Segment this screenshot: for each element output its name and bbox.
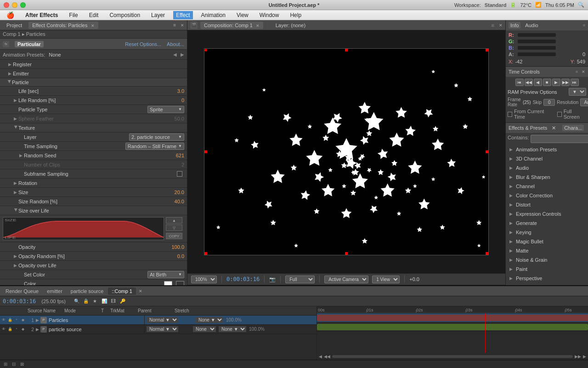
color-swatch2[interactable] bbox=[176, 281, 184, 286]
graph-btn-2[interactable]: ▽ bbox=[166, 224, 182, 231]
ep-channel[interactable]: ▶ Channel bbox=[506, 182, 588, 191]
about-link[interactable]: About... bbox=[167, 41, 184, 47]
layer2-quality[interactable]: ◆ bbox=[20, 327, 26, 332]
tab-audio[interactable]: Audio bbox=[523, 22, 540, 29]
prop-subframe[interactable]: ▶ Subframe Sampling bbox=[0, 169, 187, 178]
search-icon[interactable]: 🔍 bbox=[578, 2, 584, 8]
btn-next-frame[interactable]: ▶▶ bbox=[561, 79, 570, 86]
color-swatch[interactable] bbox=[164, 281, 172, 286]
layer1-quality[interactable]: ◆ bbox=[20, 317, 26, 323]
layer1-shy[interactable]: * bbox=[14, 317, 19, 323]
graph-btn-3[interactable]: COPY bbox=[166, 233, 182, 239]
tl-bottom-btn1[interactable]: ⊞ bbox=[3, 362, 8, 367]
opacity-over-life-arrow[interactable]: ▶ bbox=[14, 263, 18, 268]
prop-life-random[interactable]: ▶ Life Random [%] 0 bbox=[0, 96, 187, 105]
tab-render-queue[interactable]: Render Queue bbox=[2, 288, 42, 295]
resolution-select[interactable]: Auto bbox=[580, 98, 588, 106]
ram-preview-select[interactable]: ▼ bbox=[569, 88, 586, 96]
tc-menu[interactable]: ≡ bbox=[576, 69, 578, 74]
prop-texture-section[interactable]: ▶ Texture bbox=[0, 123, 187, 132]
layer1-parent[interactable]: None ▼ bbox=[196, 317, 223, 323]
tab-composition[interactable]: Composition: Comp 1 ✕ bbox=[200, 22, 263, 29]
ep-color-correction[interactable]: ▶ Color Correction bbox=[506, 191, 588, 200]
layer2-expand[interactable]: ▶ bbox=[36, 327, 40, 332]
layer-row-particles[interactable]: 👁 🔒 * ◆ 1 ▶ P Particles Normal ▼ bbox=[0, 316, 317, 325]
layer2-eye[interactable]: 👁 bbox=[1, 327, 6, 332]
anim-presets-right[interactable]: ▶ bbox=[181, 52, 184, 57]
layer1-eye[interactable]: 👁 bbox=[1, 317, 6, 323]
prop-particle-section[interactable]: ▶ Particle bbox=[0, 78, 187, 86]
size-over-life-graph-container[interactable]: SIZE LIFE ▲ ▽ COPY bbox=[0, 215, 187, 242]
menu-after-effects[interactable]: After Effects bbox=[23, 11, 61, 19]
prop-num-clips[interactable]: ▶ Number of Clips 2 bbox=[0, 160, 187, 169]
menu-window[interactable]: Window bbox=[257, 11, 282, 19]
tl-scroll-right-btn[interactable]: ▶▶ bbox=[575, 354, 581, 359]
prop-opacity[interactable]: ▶ Opacity 100.0 bbox=[0, 242, 187, 252]
size-random-value[interactable]: 40.0 bbox=[175, 199, 184, 204]
layer2-shy[interactable]: * bbox=[14, 327, 19, 332]
opacity-random-value[interactable]: 0.0 bbox=[177, 253, 184, 259]
particle-type-dropdown[interactable]: Sprite ▼ bbox=[147, 106, 184, 113]
menu-help[interactable]: Help bbox=[287, 11, 304, 19]
ep-noise-grain[interactable]: ▶ Noise & Grain bbox=[506, 255, 588, 264]
tab-layer[interactable]: Layer: (none) bbox=[272, 22, 309, 29]
prop-particle-type[interactable]: ▶ Particle Type Sprite ▼ bbox=[0, 105, 187, 114]
menu-view[interactable]: View bbox=[234, 11, 251, 19]
quality-select[interactable]: Full Half Quarter bbox=[285, 276, 315, 283]
prop-size-over-life-section[interactable]: ▶ Size over Life bbox=[0, 206, 187, 215]
prop-register[interactable]: ▶ Register bbox=[0, 60, 187, 69]
tl-lock-icon[interactable]: 🔒 bbox=[82, 298, 90, 305]
prop-opacity-random[interactable]: ▶ Opacity Random [%] 0.0 bbox=[0, 252, 187, 261]
menu-effect[interactable]: Effect bbox=[173, 11, 192, 19]
snapshot-button[interactable]: 📷 bbox=[269, 276, 276, 282]
menu-edit[interactable]: Edit bbox=[86, 11, 102, 19]
zoom-control[interactable]: 100% 50% 200% bbox=[191, 276, 217, 283]
size-over-life-graph[interactable]: SIZE LIFE bbox=[3, 217, 164, 240]
tl-search-icon[interactable]: 🔍 bbox=[73, 298, 80, 305]
layer2-mode[interactable]: Normal ▼ bbox=[147, 326, 178, 332]
full-screen-checkbox[interactable] bbox=[557, 112, 562, 117]
playhead[interactable] bbox=[485, 313, 486, 353]
rotation-arrow[interactable]: ▶ bbox=[14, 181, 18, 185]
btn-play-back[interactable]: ◀ bbox=[534, 79, 542, 86]
prop-time-sampling[interactable]: ▶ Time Sampling Random – Still Frame ▼ bbox=[0, 142, 187, 151]
prop-emitter[interactable]: ▶ Emitter bbox=[0, 69, 187, 78]
ep-animation-presets[interactable]: ▶ Animation Presets bbox=[506, 145, 588, 154]
tl-track-psource[interactable] bbox=[317, 322, 588, 332]
comp-tab-close[interactable]: ✕ bbox=[139, 289, 142, 293]
opacity-random-arrow[interactable]: ▶ bbox=[14, 254, 18, 259]
set-color-dropdown[interactable]: At Birth ▼ bbox=[147, 271, 184, 278]
comp-panel-close[interactable]: ✕ bbox=[499, 23, 503, 28]
layer1-expand[interactable]: ▶ bbox=[36, 318, 40, 322]
prop-set-color[interactable]: ▶ Set Color At Birth ▼ bbox=[0, 270, 187, 279]
ep-perspective[interactable]: ▶ Perspective bbox=[506, 274, 588, 283]
prop-layer[interactable]: ▶ Layer 2. particle source ▼ bbox=[0, 132, 187, 142]
tl-scroll-left-btn2[interactable]: ◀◀ bbox=[324, 354, 330, 359]
size-arrow[interactable]: ▶ bbox=[14, 190, 18, 195]
prop-random-seed[interactable]: ▶ Random Seed 621 bbox=[0, 151, 187, 160]
maximize-button[interactable] bbox=[20, 2, 26, 8]
ep-expression-controls[interactable]: ▶ Expression Controls bbox=[506, 209, 588, 218]
tl-track-particles[interactable] bbox=[317, 313, 588, 322]
life-value[interactable]: 3.0 bbox=[177, 88, 184, 94]
btn-goto-end[interactable]: ⏭ bbox=[571, 79, 579, 86]
btn-play[interactable]: ▶ bbox=[552, 79, 560, 86]
texture-arrow[interactable]: ▶ bbox=[14, 126, 18, 130]
layer-row-psource[interactable]: 👁 🔒 * ◆ 2 ▶ P particle source Normal ▼ bbox=[0, 325, 317, 334]
zoom-select[interactable]: 100% 50% 200% bbox=[191, 276, 217, 283]
effects-search-input[interactable] bbox=[531, 135, 588, 143]
layer-dropdown[interactable]: 2. particle source ▼ bbox=[129, 133, 184, 141]
from-current-checkbox[interactable] bbox=[508, 112, 512, 117]
tab-project[interactable]: Project bbox=[3, 22, 26, 29]
graph-btn-1[interactable]: ▲ bbox=[166, 217, 182, 224]
life-random-arrow[interactable]: ▶ bbox=[14, 98, 18, 103]
btn-goto-start[interactable]: ⏮ bbox=[515, 79, 524, 86]
random-seed-arrow[interactable]: ▶ bbox=[19, 153, 24, 158]
close-comp-tab[interactable]: ✕ bbox=[256, 23, 260, 28]
ep-3d-channel[interactable]: ▶ 3D Channel bbox=[506, 154, 588, 163]
tl-star-icon[interactable]: ★ bbox=[91, 298, 99, 305]
prop-sphere-feather[interactable]: ▶ Sphere Feather 50.0 bbox=[0, 114, 187, 123]
opacity-value[interactable]: 100.0 bbox=[171, 244, 184, 250]
view-select-wrapper[interactable]: Active Camera bbox=[324, 276, 368, 283]
ep-matte[interactable]: ▶ Matte bbox=[506, 246, 588, 255]
